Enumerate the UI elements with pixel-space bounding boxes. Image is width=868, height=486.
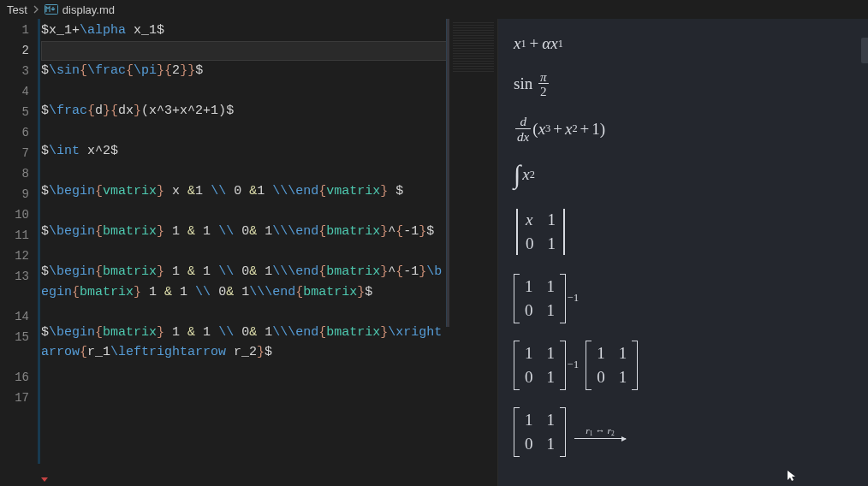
rendered-bmatrix-inverse: 11 01 −1 <box>514 274 853 323</box>
code-line[interactable] <box>41 41 497 62</box>
preview-side-button[interactable] <box>861 38 868 63</box>
line-number: 12 <box>0 246 29 267</box>
code-line[interactable]: $\frac{d}{dx}(x^3+x^2+1)$ <box>41 101 497 122</box>
breadcrumb-file[interactable]: display.md <box>62 3 115 16</box>
code-line[interactable]: $\sin{\frac{\pi}{2}}$ <box>41 61 497 81</box>
code-line[interactable] <box>41 242 497 263</box>
breadcrumb-root[interactable]: Test <box>7 3 27 16</box>
code-area[interactable]: $x_1+\alpha x_1$$\sin{\frac{\pi}{2}}$$\f… <box>41 19 497 486</box>
code-line[interactable]: $\begin{vmatrix} x &1 \\ 0 &1 \\\end{vma… <box>41 181 497 202</box>
rendered-equation-3: ddx (x3 + x2 + 1) <box>514 115 853 142</box>
line-number: 7 <box>0 144 29 164</box>
code-line[interactable]: $x_1+\alpha x_1$ <box>41 21 497 41</box>
line-number: 1 <box>0 21 29 41</box>
line-number: 9 <box>0 185 29 205</box>
rendered-bmatrix-product: 11 01 −1 11 01 <box>514 341 853 390</box>
line-number: 2 <box>0 41 29 62</box>
mouse-cursor-icon <box>786 469 800 483</box>
code-line[interactable] <box>41 122 497 142</box>
code-line[interactable]: $\begin{bmatrix} 1 & 1 \\ 0& 1\\\end{bma… <box>41 222 497 242</box>
markdown-preview-pane[interactable]: x1 + αx1 sin π2 ddx (x3 + x2 + 1) ∫ x2 x… <box>498 19 868 486</box>
rendered-equation-4: ∫ x2 <box>514 160 853 190</box>
code-line[interactable] <box>41 363 497 383</box>
line-number: 4 <box>0 82 29 103</box>
line-number-gutter: 1234567891011121314151617 <box>0 19 41 486</box>
line-number: 3 <box>0 62 29 82</box>
minimap[interactable] <box>449 19 497 486</box>
line-number: 16 <box>0 368 29 388</box>
code-line[interactable] <box>41 162 497 182</box>
rendered-equation-2: sin π2 <box>514 70 853 98</box>
code-line[interactable]: $\int x^2$ <box>41 141 497 162</box>
breadcrumb[interactable]: Test display.md <box>0 0 868 19</box>
chevron-right-icon <box>32 3 40 16</box>
line-number: 8 <box>0 164 29 185</box>
svg-rect-0 <box>45 5 57 15</box>
line-number: 14 <box>0 307 29 328</box>
error-indicator <box>41 477 48 481</box>
xrightarrow-icon <box>574 438 626 439</box>
line-number: 5 <box>0 103 29 123</box>
minimap-content <box>453 22 494 72</box>
editor-pane[interactable]: 1234567891011121314151617 $x_1+\alpha x_… <box>0 19 498 486</box>
code-line[interactable]: $\begin{bmatrix} 1 & 1 \\ 0& 1\\\end{bma… <box>41 323 497 363</box>
code-line[interactable] <box>41 382 497 403</box>
code-line[interactable] <box>41 81 497 102</box>
code-line[interactable]: $\begin{bmatrix} 1 & 1 \\ 0& 1\\\end{bma… <box>41 262 497 302</box>
modified-gutter-indicator <box>38 19 40 464</box>
line-number: 6 <box>0 123 29 144</box>
code-line[interactable] <box>41 302 497 323</box>
rendered-equation-1: x1 + αx1 <box>514 34 853 53</box>
rendered-vmatrix: x1 01 <box>514 207 853 257</box>
line-number: 11 <box>0 226 29 246</box>
line-number: 13 <box>0 267 29 307</box>
code-line[interactable] <box>41 202 497 222</box>
line-number: 10 <box>0 205 29 226</box>
rendered-bmatrix-arrow: 11 01 r1 ↔ r2 <box>514 407 853 457</box>
line-number: 15 <box>0 328 29 368</box>
markdown-file-icon <box>45 3 58 16</box>
line-number: 17 <box>0 388 29 409</box>
